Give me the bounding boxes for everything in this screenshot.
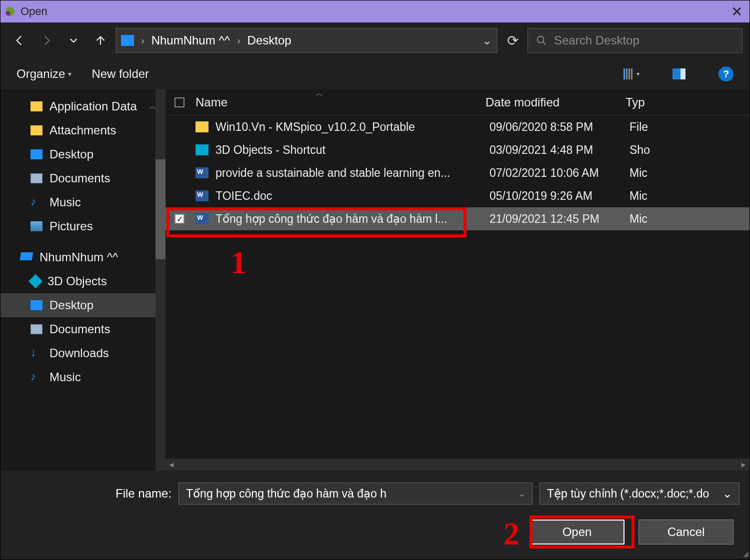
folder-icon (30, 125, 42, 135)
file-pane: Name ︿ Date modified Typ Win10.Vn - KMSp… (166, 89, 750, 471)
file-type: Mic (630, 189, 750, 203)
file-row[interactable]: TOIEC.doc05/10/2019 9:26 AMMic (166, 184, 750, 207)
recent-dropdown[interactable] (62, 28, 86, 52)
sidebar-item[interactable]: Downloads (0, 341, 166, 365)
column-name[interactable]: Name ︿ (196, 95, 486, 109)
music-icon (30, 372, 42, 382)
chevron-down-icon[interactable]: ⌄ (722, 487, 732, 501)
docs-icon (30, 173, 42, 183)
open-button[interactable]: Open (530, 520, 624, 545)
close-icon[interactable]: ✕ (728, 3, 746, 20)
file-date: 09/06/2020 8:58 PM (490, 120, 630, 134)
pc-icon (20, 252, 32, 262)
sidebar-item[interactable]: NhumNhum ^^ (0, 245, 166, 269)
sidebar-scrollbar[interactable] (156, 89, 166, 471)
chevron-down-icon[interactable]: ⌄ (482, 33, 492, 47)
sidebar-item[interactable]: Music (0, 365, 166, 389)
sidebar-item[interactable]: Music (0, 190, 166, 214)
refresh-button[interactable]: ⟳ (500, 28, 524, 53)
chevron-down-icon[interactable]: ⌄ (518, 489, 525, 499)
column-date[interactable]: Date modified (486, 95, 626, 109)
sidebar-item-label: Attachments (50, 123, 116, 137)
main-area: Application Data︿AttachmentsDesktopDocum… (0, 89, 750, 471)
file-date: 03/09/2021 4:48 PM (490, 143, 630, 157)
pics-icon (30, 221, 42, 231)
resize-grip-icon[interactable]: ◢ (743, 550, 748, 558)
row-checkbox[interactable] (174, 145, 184, 155)
sidebar-item[interactable]: Attachments (0, 118, 166, 142)
breadcrumb[interactable]: › NhumNhum ^^ › Desktop ⌄ (116, 28, 498, 53)
caret-down-icon: ▾ (636, 70, 640, 77)
preview-pane-button[interactable] (672, 68, 686, 79)
sidebar-item[interactable]: 3D Objects (0, 269, 166, 293)
search-placeholder: Search Desktop (554, 33, 640, 47)
annotation-label-2: 2 (504, 516, 520, 553)
column-type[interactable]: Typ (626, 95, 750, 109)
window-title: Open (20, 5, 48, 18)
file-type: Sho (630, 143, 750, 157)
file-header: Name ︿ Date modified Typ (166, 89, 750, 115)
chevron-right-icon: › (141, 35, 144, 46)
horizontal-scrollbar[interactable]: ◄ ► (166, 459, 750, 471)
forward-button[interactable] (34, 28, 58, 52)
file-row[interactable]: provide a sustainable and stable learnin… (166, 161, 750, 184)
filetype-select[interactable]: Tệp tùy chỉnh (*.docx;*.doc;*.do ⌄ (540, 483, 740, 505)
file-name: 3D Objects - Shortcut (216, 143, 490, 157)
docs-icon (30, 324, 42, 334)
file-row[interactable]: Win10.Vn - KMSpico_v10.2.0_Portable09/06… (166, 115, 750, 138)
sidebar-item[interactable]: Documents (0, 166, 166, 190)
sidebar-item-label: Application Data (50, 99, 137, 113)
annotation-label-1: 1 (230, 244, 246, 281)
file-row[interactable]: ✓Tổng hợp công thức đạo hàm và đạo hàm l… (166, 207, 750, 230)
file-date: 05/10/2019 9:26 AM (490, 189, 630, 203)
sidebar-item-label: Desktop (50, 298, 94, 312)
obj3d-icon (196, 144, 208, 155)
sidebar-item[interactable]: Pictures (0, 214, 166, 238)
bottom-bar: File name: Tổng hợp công thức đạo hàm và… (0, 471, 750, 560)
file-type: Mic (630, 166, 750, 180)
organize-button[interactable]: Organize▾ (16, 67, 72, 81)
desktop-icon (30, 149, 42, 159)
sidebar-item[interactable]: Desktop (0, 293, 166, 317)
sidebar-item[interactable]: Desktop (0, 142, 166, 166)
obj3d-icon (28, 274, 42, 288)
search-input[interactable]: Search Desktop (528, 28, 742, 53)
caret-down-icon: ▾ (68, 70, 72, 78)
sidebar-item-label: Documents (50, 171, 110, 185)
file-list: Win10.Vn - KMSpico_v10.2.0_Portable09/06… (166, 115, 750, 459)
word-icon (196, 190, 208, 201)
open-dialog: Open ✕ › NhumNhum ^^ › Desktop ⌄ ⟳ Searc… (0, 0, 750, 560)
breadcrumb-seg-1[interactable]: NhumNhum ^^ (152, 33, 230, 47)
cancel-button[interactable]: Cancel (638, 520, 734, 545)
breadcrumb-seg-2[interactable]: Desktop (248, 33, 292, 47)
svg-point-2 (538, 36, 544, 43)
file-date: 07/02/2021 10:06 AM (490, 166, 630, 180)
row-checkbox[interactable] (174, 122, 184, 132)
help-button[interactable]: ? (718, 66, 734, 81)
up-button[interactable] (88, 28, 112, 52)
row-checkbox[interactable]: ✓ (174, 214, 184, 224)
row-checkbox[interactable] (174, 191, 184, 201)
select-all-checkbox[interactable] (174, 97, 184, 107)
nav-row: › NhumNhum ^^ › Desktop ⌄ ⟳ Search Deskt… (0, 22, 750, 58)
row-checkbox[interactable] (174, 168, 184, 178)
scrollbar-thumb[interactable] (156, 159, 166, 259)
new-folder-button[interactable]: New folder (92, 67, 149, 81)
search-icon (536, 35, 547, 46)
filename-input[interactable]: Tổng hợp công thức đạo hàm và đạo h ⌄ (178, 483, 532, 505)
chevron-right-icon: › (237, 35, 240, 46)
sidebar-item-label: Pictures (50, 219, 93, 233)
sidebar-item[interactable]: Documents (0, 317, 166, 341)
scroll-right-icon[interactable]: ► (738, 461, 750, 469)
view-mode-button[interactable]: ▾ (624, 68, 640, 79)
file-row[interactable]: 3D Objects - Shortcut03/09/2021 4:48 PMS… (166, 138, 750, 161)
back-button[interactable] (8, 28, 32, 52)
file-date: 21/09/2021 12:45 PM (490, 212, 630, 226)
sidebar-item-label: Music (50, 195, 81, 209)
down-icon (30, 348, 42, 358)
scroll-left-icon[interactable]: ◄ (166, 461, 178, 469)
sidebar-item-label: Music (50, 370, 81, 384)
app-icon (4, 6, 16, 17)
folder-icon (196, 121, 208, 132)
sidebar-item[interactable]: Application Data︿ (0, 94, 166, 118)
